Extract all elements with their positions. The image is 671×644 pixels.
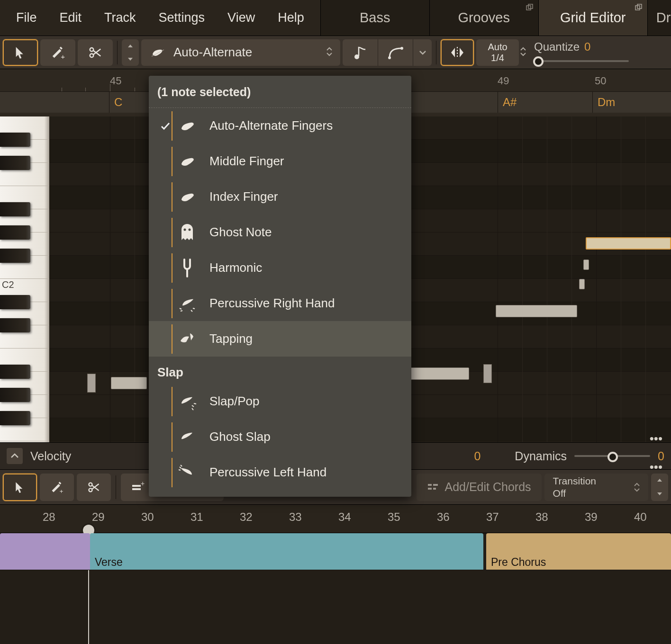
quantize-mode[interactable]: Auto 1/4 <box>476 39 519 66</box>
dynamics-slider[interactable] <box>574 452 650 460</box>
tool-pencil[interactable]: + <box>40 474 74 501</box>
popup-item-index-finger[interactable]: Index Finger <box>149 179 411 215</box>
dynamics-label: Dynamics <box>515 449 567 463</box>
popup-item-label: Ghost Slap <box>209 429 271 444</box>
menu-file[interactable]: File <box>5 6 48 30</box>
note-flag-button[interactable] <box>343 39 378 66</box>
bar-number: 36 <box>437 510 450 524</box>
hand-icon <box>175 114 199 138</box>
chord-label: Dm <box>598 96 615 109</box>
transition-dropdown[interactable]: Transition Off <box>544 474 648 501</box>
groove-stepper[interactable] <box>651 474 668 501</box>
articulation-dropdown[interactable]: Auto-Alternate <box>141 39 340 66</box>
tab-drums[interactable]: Drums <box>647 0 671 36</box>
tool-scissors[interactable] <box>77 474 111 501</box>
clip-verse[interactable]: Verse <box>90 533 483 570</box>
tool-stepper[interactable] <box>122 39 139 66</box>
tab-bass[interactable]: Bass <box>320 0 429 36</box>
svg-point-12 <box>189 228 191 231</box>
hand-clap-icon <box>175 292 199 315</box>
curve-dropdown[interactable] <box>413 39 432 66</box>
add-chords-label: Add/Edit Chords <box>445 480 531 494</box>
quantize-label: Quantize <box>534 40 580 54</box>
bar-number: 32 <box>240 510 253 524</box>
popup-item-harmonic[interactable]: Harmonic <box>149 250 411 286</box>
tool-pointer[interactable] <box>3 474 37 501</box>
hand-icon <box>175 185 199 209</box>
svg-rect-16 <box>132 485 141 487</box>
velocity-marker[interactable] <box>87 374 96 393</box>
bar-number: 35 <box>388 510 400 524</box>
curve-button[interactable] <box>378 39 413 66</box>
slap-icon <box>175 425 199 449</box>
step-down[interactable] <box>122 53 139 66</box>
popup-item-tapping[interactable]: Tapping <box>149 321 411 357</box>
expand-button[interactable] <box>7 448 23 464</box>
popup-item-label: Slap/Pop <box>209 394 260 409</box>
tool-pencil[interactable]: + <box>40 39 75 66</box>
svg-rect-17 <box>132 488 141 490</box>
chord-cell[interactable]: Dm <box>592 92 671 113</box>
add-edit-chords-button[interactable]: Add/Edit Chords <box>417 474 542 501</box>
popup-item-label: Harmonic <box>209 260 262 275</box>
popup-item-slap-pop[interactable]: Slap/Pop <box>149 384 411 419</box>
clip[interactable] <box>0 533 90 570</box>
bar-number: 33 <box>289 510 302 524</box>
tool-pointer[interactable] <box>3 39 38 66</box>
menu-settings[interactable]: Settings <box>147 6 217 30</box>
time-ruler[interactable]: 28 29 30 31 32 33 34 35 36 37 38 39 40 <box>0 505 671 533</box>
step-down[interactable] <box>651 487 668 501</box>
bar-number: 49 <box>498 75 509 87</box>
clip-prechorus[interactable]: Pre Chorus <box>486 533 671 570</box>
velocity-marker[interactable] <box>483 364 492 383</box>
slap-icon <box>175 390 199 413</box>
check-icon <box>157 120 173 132</box>
ghost-icon <box>175 221 199 244</box>
popup-section-slap: Slap <box>149 357 411 384</box>
menu-track[interactable]: Track <box>93 6 147 30</box>
chord-label: A# <box>503 96 517 109</box>
step-up[interactable] <box>651 474 668 487</box>
menu-help[interactable]: Help <box>266 6 316 30</box>
step-up[interactable] <box>122 39 139 53</box>
tab-grooves[interactable]: Grooves <box>429 0 538 36</box>
popup-item-percussive-left[interactable]: Percussive Left Hand <box>149 455 411 490</box>
popup-item-middle-finger[interactable]: Middle Finger <box>149 143 411 179</box>
popup-item-label: Index Finger <box>209 189 278 204</box>
piano-keyboard[interactable]: C2 <box>0 116 49 442</box>
timeline[interactable]: 28 29 30 31 32 33 34 35 36 37 38 39 40 V… <box>0 505 671 644</box>
hand-icon <box>149 44 166 61</box>
popup-item-auto-alternate[interactable]: Auto-Alternate Fingers <box>149 108 411 143</box>
popup-item-ghost-note[interactable]: Ghost Note <box>149 215 411 250</box>
popup-item-label: Ghost Note <box>209 225 272 240</box>
bar-number: 38 <box>535 510 548 524</box>
chord-cell[interactable]: A# <box>498 92 592 113</box>
menu-view[interactable]: View <box>216 6 266 30</box>
midi-note[interactable] <box>583 259 589 270</box>
note-mode-group <box>343 39 432 66</box>
lane-selector[interactable]: Velocity <box>30 449 71 463</box>
bar-number: 30 <box>141 510 154 524</box>
arrangement-lane[interactable]: Verse Pre Chorus <box>0 533 671 570</box>
svg-text:+: + <box>141 482 145 487</box>
popup-header: (1 note selected) <box>149 76 411 108</box>
snap-button[interactable] <box>441 39 474 66</box>
tool-scissors[interactable] <box>78 39 113 66</box>
svg-rect-20 <box>428 488 432 490</box>
hand-icon <box>175 150 199 173</box>
midi-note[interactable] <box>111 377 147 389</box>
bar-number: 34 <box>338 510 351 524</box>
popup-item-percussive-right[interactable]: Percussive Right Hand <box>149 286 411 321</box>
quantize-slider[interactable] <box>534 56 629 65</box>
menu-edit[interactable]: Edit <box>48 6 93 30</box>
midi-note[interactable] <box>579 279 585 289</box>
tab-grid-editor[interactable]: Grid Editor <box>538 0 647 36</box>
transition-value: Off <box>553 487 596 499</box>
menubar: File Edit Track Settings View Help Bass … <box>0 0 671 36</box>
midi-note[interactable] <box>496 305 577 317</box>
popup-item-ghost-slap[interactable]: Ghost Slap <box>149 419 411 455</box>
midi-note-selected[interactable] <box>586 237 671 250</box>
more-icon[interactable]: ••• <box>650 431 662 446</box>
more-icon[interactable]: ••• <box>650 460 662 474</box>
clip-label: Pre Chorus <box>491 556 546 568</box>
